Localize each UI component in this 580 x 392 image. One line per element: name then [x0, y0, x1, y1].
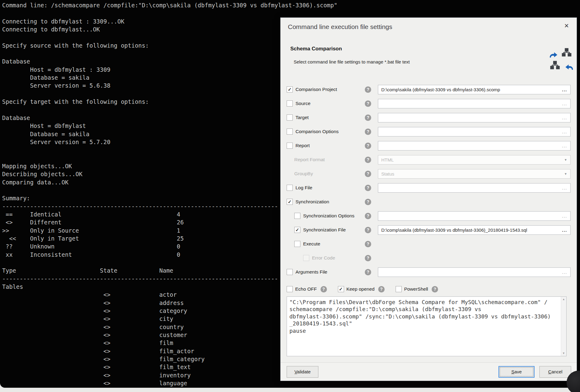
browse-button[interactable]: ... — [562, 143, 567, 148]
row-synchronization-file: ✓ Synchronization File ? D:\comp\sakila … — [287, 223, 571, 237]
schema-comparison-heading: Schema Comparison — [290, 46, 342, 52]
row-synchronization: ✓ Synchronization ? — [287, 195, 571, 209]
row-comparison-project: ✓ Comparison Project ? D:\comp\sakila (d… — [287, 82, 571, 96]
comparison-options-checkbox[interactable] — [287, 129, 293, 135]
row-synchronization-options: Synchronization Options ? ... — [287, 209, 571, 223]
echo-off-label: Echo OFF — [295, 286, 317, 292]
help-icon[interactable]: ? — [365, 227, 371, 233]
settings-rows: ✓ Comparison Project ? D:\comp\sakila (d… — [287, 82, 571, 279]
scroll-up-icon[interactable]: ▲ — [561, 297, 566, 302]
execute-label: Execute — [303, 241, 320, 247]
browse-button[interactable]: ... — [562, 101, 567, 106]
help-icon[interactable]: ? — [365, 143, 371, 149]
browse-button[interactable]: ... — [562, 227, 567, 233]
report-input[interactable]: ... — [378, 141, 571, 151]
help-icon[interactable]: ? — [365, 255, 371, 261]
help-icon[interactable]: ? — [321, 286, 327, 292]
browse-button[interactable]: ... — [562, 115, 567, 120]
textarea-scrollbar[interactable]: ▲ ▼ — [561, 297, 566, 356]
close-icon[interactable]: ✕ — [563, 22, 571, 30]
command-line-settings-dialog: Command line execution file settings ✕ S… — [280, 17, 577, 381]
opt-powershell: PowerShell ? — [396, 286, 438, 292]
error-code-checkbox[interactable] — [303, 255, 309, 261]
browse-button[interactable]: ... — [562, 270, 567, 275]
cancel-button[interactable]: Cancel — [539, 366, 571, 378]
validate-button[interactable]: Validate — [287, 366, 318, 378]
help-icon[interactable]: ? — [365, 185, 371, 191]
source-label: Source — [295, 101, 310, 106]
help-icon[interactable]: ? — [378, 286, 385, 292]
row-error-code: Error Code ? — [287, 251, 571, 265]
browse-button[interactable]: ... — [562, 213, 567, 219]
help-icon[interactable]: ? — [365, 199, 371, 205]
save-button[interactable]: Save — [498, 366, 535, 378]
help-icon[interactable]: ? — [432, 286, 438, 292]
row-comparison-options: Comparison Options ? ... — [287, 125, 571, 139]
row-execute: Execute ? — [287, 237, 571, 251]
synchronization-options-label: Synchronization Options — [303, 213, 354, 219]
report-checkbox[interactable] — [287, 143, 293, 149]
row-source: Source ? ... — [287, 96, 571, 111]
echo-off-checkbox[interactable] — [287, 286, 293, 292]
dialog-title: Command line execution file settings — [288, 23, 392, 31]
comparison-options-label: Comparison Options — [295, 129, 339, 134]
comparison-project-label: Comparison Project — [295, 87, 337, 92]
source-input[interactable]: ... — [378, 99, 571, 108]
report-label: Report — [295, 143, 310, 148]
help-icon[interactable]: ? — [365, 269, 371, 275]
opt-echo-off: Echo OFF ? — [287, 286, 327, 292]
target-input[interactable]: ... — [378, 113, 571, 122]
synchronization-checkbox[interactable]: ✓ — [287, 199, 293, 205]
row-target: Target ? ... — [287, 111, 571, 125]
target-checkbox[interactable] — [287, 114, 293, 121]
error-code-label: Error Code — [312, 255, 335, 261]
row-groupby: GroupBy ? Status ▼ — [287, 167, 571, 181]
log-file-label: Log File — [295, 185, 312, 191]
execution-options: Echo OFF ? ✓ Keep opened ? PowerShell ? — [287, 283, 438, 295]
synchronization-options-checkbox[interactable] — [294, 213, 300, 219]
help-icon[interactable]: ? — [365, 100, 371, 107]
schema-comparison-subtitle: Select command line file settings to man… — [294, 59, 410, 64]
dialog-button-bar: Validate Save Cancel ⋰ — [281, 362, 577, 381]
comparison-project-checkbox[interactable]: ✓ — [287, 86, 293, 93]
report-format-label: Report Format — [294, 157, 325, 162]
bat-file-textarea[interactable]: "C:\Program Files\Devart\dbForge Schema … — [287, 296, 567, 356]
target-label: Target — [295, 115, 309, 120]
help-icon[interactable]: ? — [365, 129, 371, 135]
arguments-file-checkbox[interactable] — [287, 269, 293, 275]
keep-opened-checkbox[interactable]: ✓ — [338, 286, 344, 292]
arguments-file-input[interactable]: ... — [378, 267, 571, 277]
comparison-project-input[interactable]: D:\comp\sakila (dbfmylast-3309 vs dbfmyl… — [378, 85, 571, 94]
log-file-checkbox[interactable] — [287, 185, 293, 191]
schema-compare-icon — [549, 48, 574, 73]
browse-button[interactable]: ... — [562, 87, 567, 92]
help-icon[interactable]: ? — [365, 86, 371, 93]
synchronization-file-checkbox[interactable]: ✓ — [294, 227, 300, 233]
scroll-down-icon[interactable]: ▼ — [561, 351, 566, 356]
row-report-format: Report Format ? HTML ▼ — [287, 153, 571, 167]
help-icon[interactable]: ? — [365, 213, 371, 219]
keep-opened-label: Keep opened — [346, 286, 375, 292]
synchronization-file-input[interactable]: D:\comp\sakila (dbfmylast-3309 vs dbfmyl… — [378, 225, 571, 235]
log-file-input[interactable]: ... — [378, 183, 571, 193]
help-icon[interactable]: ? — [365, 157, 371, 163]
execute-checkbox[interactable] — [294, 241, 300, 247]
help-icon[interactable]: ? — [365, 171, 371, 177]
arguments-file-label: Arguments File — [295, 269, 327, 275]
opt-keep-opened: ✓ Keep opened ? — [338, 286, 385, 292]
browse-button[interactable]: ... — [562, 129, 567, 134]
row-report: Report ? ... — [287, 139, 571, 153]
chevron-down-icon: ▼ — [564, 172, 567, 176]
source-checkbox[interactable] — [287, 100, 293, 107]
browse-button[interactable]: ... — [562, 185, 567, 191]
synchronization-file-label: Synchronization File — [303, 227, 346, 233]
bat-file-text: "C:\Program Files\Devart\dbForge Schema … — [287, 297, 566, 336]
row-arguments-file: Arguments File ? ... — [287, 265, 571, 279]
help-icon[interactable]: ? — [365, 114, 371, 121]
help-icon[interactable]: ? — [365, 241, 371, 247]
report-format-select[interactable]: HTML ▼ — [378, 155, 571, 165]
comparison-options-input[interactable]: ... — [378, 127, 571, 136]
synchronization-options-input[interactable]: ... — [378, 211, 571, 221]
groupby-select[interactable]: Status ▼ — [378, 169, 571, 179]
powershell-checkbox[interactable] — [396, 286, 402, 292]
